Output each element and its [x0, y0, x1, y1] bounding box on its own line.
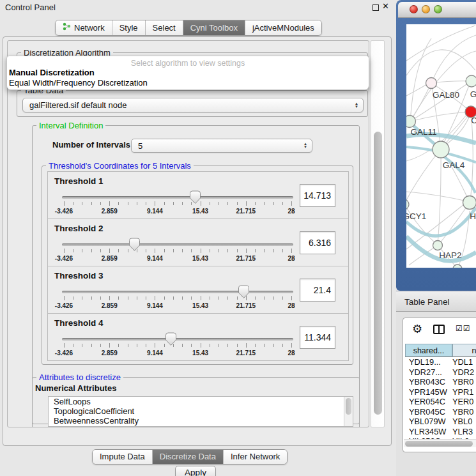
- threshold-slider[interactable]: -3.4262.8599.14415.4321.71528: [62, 236, 293, 265]
- network-edge[interactable]: [406, 84, 427, 96]
- cell-shared-name[interactable]: YBR045C: [409, 407, 445, 417]
- cell-shared-name[interactable]: YPR145W: [409, 387, 447, 397]
- slider-tick: [210, 202, 210, 205]
- minimize-traffic-light-icon[interactable]: [422, 5, 430, 13]
- table-row[interactable]: YBL079WYBL0: [405, 417, 476, 427]
- slider-track[interactable]: [62, 291, 293, 293]
- table-row[interactable]: YBR043CYBR0: [405, 377, 476, 387]
- cell-shared-name[interactable]: YBR043C: [409, 377, 445, 387]
- tab-cyni-toolbox[interactable]: Cyni Toolbox: [183, 20, 245, 35]
- table-row[interactable]: YDL19...YDL1: [405, 357, 476, 367]
- threshold-slider[interactable]: -3.4262.8599.14415.4321.71528: [62, 330, 293, 360]
- tab-jactivemnodules[interactable]: jActiveMNodules: [245, 20, 321, 35]
- table-row[interactable]: YBR045CYBR0: [405, 407, 476, 417]
- table-data-combobox[interactable]: galFiltered.sif default node ▲▼: [22, 98, 364, 112]
- dropdown-option-manual[interactable]: Manual Discretization: [9, 68, 95, 77]
- cell-name[interactable]: YER0: [452, 397, 473, 406]
- scrollbar-thumb[interactable]: [405, 441, 473, 447]
- cell-name[interactable]: YDR2: [452, 367, 474, 377]
- tab-network[interactable]: Network: [56, 20, 112, 35]
- threshold-value-field[interactable]: 21.4: [300, 279, 335, 302]
- cell-name[interactable]: YPR1: [452, 387, 473, 397]
- table-row[interactable]: YER054CYER0: [405, 397, 476, 407]
- float-window-icon[interactable]: [372, 4, 379, 11]
- cell-shared-name[interactable]: YDR27...: [409, 367, 442, 377]
- apply-button[interactable]: Apply: [175, 466, 216, 476]
- list-scrollbar[interactable]: [344, 397, 353, 426]
- scrollbar-thumb[interactable]: [374, 132, 382, 415]
- slider-tick: [227, 202, 228, 205]
- slider-tick: [164, 249, 165, 252]
- network-node-h[interactable]: [463, 196, 476, 210]
- table-row[interactable]: YLR345WYLR3: [405, 427, 476, 437]
- table-hscrollbar[interactable]: [404, 439, 476, 447]
- threshold-label: Threshold 3: [54, 271, 104, 280]
- zoom-traffic-light-icon[interactable]: [434, 5, 442, 13]
- cyni-toolbox-panel: Discretization Algorithm ▲▼ Table Data g…: [3, 36, 392, 446]
- network-node-gal11[interactable]: [406, 116, 416, 128]
- table-row[interactable]: YPR145WYPR1: [405, 387, 476, 397]
- number-of-intervals-combobox[interactable]: 5 ▲▼: [131, 139, 312, 153]
- attributes-listbox[interactable]: SelfLoopsTopologicalCoefficientBetweenne…: [48, 396, 353, 427]
- slider-tick: [291, 343, 292, 348]
- split-view-icon[interactable]: [433, 325, 445, 334]
- network-node-label: GAL11: [410, 127, 436, 137]
- threshold-slider[interactable]: -3.4262.8599.14415.4321.71528: [62, 283, 293, 312]
- attribute-list-item[interactable]: BetweennessCentrality: [49, 416, 353, 426]
- close-icon[interactable]: ✕: [382, 1, 389, 11]
- network-edge[interactable]: [438, 149, 441, 245]
- cell-name[interactable]: YBR0: [452, 407, 473, 417]
- cell-shared-name[interactable]: YBL079W: [409, 417, 446, 426]
- cell-shared-name[interactable]: YLR345W: [409, 427, 446, 436]
- slider-tick-label: 2.859: [102, 255, 118, 262]
- slider-tick: [237, 202, 238, 205]
- close-traffic-light-icon[interactable]: [410, 5, 418, 13]
- tab-impute-data[interactable]: Impute Data: [93, 450, 153, 464]
- network-edge[interactable]: [410, 112, 471, 121]
- checkbox-icons[interactable]: ☑☑: [456, 324, 471, 333]
- network-node-g[interactable]: [466, 75, 476, 87]
- dropdown-option-equal-width[interactable]: Equal Width/Frequency Discretization: [9, 78, 148, 88]
- gear-icon[interactable]: ⚙: [412, 322, 422, 336]
- network-node-gal80[interactable]: [426, 78, 437, 89]
- cell-name[interactable]: YBR0: [452, 377, 473, 387]
- network-canvas[interactable]: GAL80GCGAL11GAL4GCY1HHAP2: [406, 24, 476, 268]
- network-view-window: GAL80GCGAL11GAL4GCY1HHAP2: [396, 0, 476, 291]
- cell-name[interactable]: YLR3: [452, 427, 473, 436]
- threshold-slider[interactable]: -3.4262.8599.14415.4321.71528: [62, 188, 293, 218]
- slider-tick: [210, 344, 210, 347]
- slider-track[interactable]: [62, 196, 293, 199]
- slider-tick: [191, 344, 192, 347]
- slider-track[interactable]: [62, 338, 293, 341]
- tab-infer-network[interactable]: Infer Network: [224, 450, 287, 464]
- scrollbar-thumb[interactable]: [346, 398, 351, 415]
- tab-discretize-data[interactable]: Discretize Data: [153, 450, 224, 464]
- slider-tick: [164, 296, 165, 300]
- tab-select[interactable]: Select: [146, 20, 183, 35]
- threshold-value-field[interactable]: 14.713: [300, 184, 335, 207]
- column-header-shared[interactable]: shared...: [405, 344, 452, 357]
- threshold-value-field[interactable]: 6.316: [300, 231, 335, 254]
- cell-shared-name[interactable]: YER054C: [409, 397, 445, 406]
- network-node-hap2[interactable]: [433, 241, 443, 250]
- slider-track[interactable]: [62, 243, 293, 246]
- slider-tick-label: 21.715: [236, 255, 256, 262]
- attribute-list-item[interactable]: TopologicalCoefficient: [49, 406, 353, 416]
- tab-style[interactable]: Style: [112, 20, 146, 35]
- network-edge[interactable]: [406, 192, 466, 201]
- column-header-name[interactable]: na: [452, 344, 476, 357]
- cell-name[interactable]: YBL0: [452, 417, 472, 426]
- network-node-gal4[interactable]: [433, 141, 449, 158]
- panel-scrollbar[interactable]: [371, 40, 385, 427]
- cell-shared-name[interactable]: YDL19...: [409, 357, 441, 367]
- attribute-list-item[interactable]: SelfLoops: [49, 397, 353, 406]
- table-row[interactable]: YDR27...YDR2: [405, 367, 476, 378]
- network-edge[interactable]: [406, 149, 441, 204]
- cell-name[interactable]: YDL1: [452, 357, 473, 367]
- thresholds-group: Threshold's Coordinates for 5 Intervals …: [42, 165, 353, 365]
- slider-tick: [146, 202, 146, 205]
- window-titlebar[interactable]: [398, 2, 476, 18]
- threshold-value-field[interactable]: 11.344: [300, 326, 335, 349]
- network-node-gcy1[interactable]: [406, 199, 409, 210]
- slider-tick: [201, 343, 201, 348]
